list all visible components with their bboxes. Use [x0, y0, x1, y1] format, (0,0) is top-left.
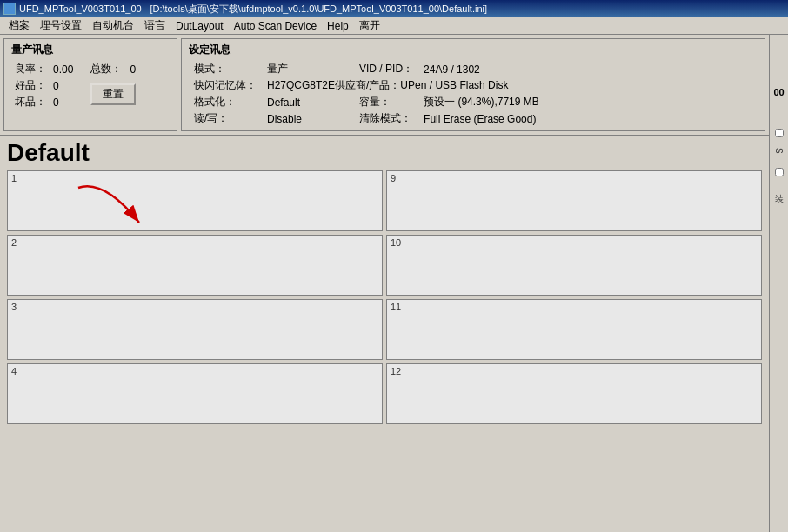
yield-label: 良率：	[11, 61, 50, 77]
slot-3: 3	[7, 299, 383, 360]
bad-label: 坏品：	[11, 94, 50, 110]
slots-area: 1 9 2 10 3 11 4	[0, 170, 769, 431]
settings-info-panel: 设定讯息 模式： 量产 VID / PID： 24A9 / 1302 快闪记忆体…	[181, 38, 765, 131]
right-panel: 00 S 装	[769, 35, 788, 532]
slot-2-number: 2	[11, 237, 17, 248]
format-value: Default	[262, 94, 307, 110]
menu-lang[interactable]: 语言	[139, 17, 170, 34]
info-row: 量产讯息 良率： 0.00 总数： 0 好品： 0 重置	[0, 35, 769, 136]
right-checkbox-2	[775, 168, 784, 176]
production-table: 良率： 0.00 总数： 0 好品： 0 重置 坏品： 0	[11, 61, 139, 110]
bad-value: 0	[50, 94, 77, 110]
menu-file[interactable]: 档案	[3, 17, 35, 34]
mode-label: 模式：	[189, 61, 262, 77]
slot-9-number: 9	[391, 173, 396, 183]
menu-autoscan[interactable]: Auto Scan Device	[229, 19, 322, 33]
default-label: Default	[0, 136, 769, 170]
slot-4: 4	[7, 363, 383, 424]
right-label-s: S	[774, 148, 784, 154]
total-label: 总数：	[77, 61, 126, 77]
rw-value: Disable	[262, 110, 307, 127]
menu-help[interactable]: Help	[322, 19, 354, 33]
app-icon	[3, 3, 16, 15]
menu-bar: 档案 埋号设置 自动机台 语言 DutLayout Auto Scan Devi…	[0, 17, 788, 35]
mode-value: 量产	[262, 61, 307, 77]
slot-10: 10	[386, 235, 762, 296]
production-title: 量产讯息	[11, 43, 170, 57]
main-area: 量产讯息 良率： 0.00 总数： 0 好品： 0 重置	[0, 35, 788, 532]
right-checkbox-1	[775, 129, 784, 137]
clear-label: 清除模式：	[307, 110, 418, 127]
reset-button[interactable]: 重置	[90, 83, 136, 105]
slot-12-number: 12	[391, 366, 401, 376]
flash-label: 快闪记忆体：	[189, 77, 262, 94]
slot-11: 11	[386, 299, 762, 360]
slot-12: 12	[386, 363, 762, 424]
menu-exit[interactable]: 离开	[354, 17, 385, 34]
title-bar: UFD_MPTool_V003T011_00 - [D:\tools\桌面\安下…	[0, 0, 788, 17]
checkbox-2[interactable]	[775, 168, 784, 176]
rw-label: 读/写：	[189, 110, 262, 127]
slot-1-number: 1	[11, 173, 17, 183]
slot-3-number: 3	[11, 302, 17, 312]
left-panel: 量产讯息 良率： 0.00 总数： 0 好品： 0 重置	[0, 35, 769, 532]
slot-11-number: 11	[391, 302, 401, 312]
vid-label: VID / PID：	[307, 61, 418, 77]
slot-1: 1	[7, 170, 383, 231]
right-counter: 00	[773, 87, 784, 97]
slot-2: 2	[7, 235, 383, 296]
production-info-panel: 量产讯息 良率： 0.00 总数： 0 好品： 0 重置	[3, 38, 177, 131]
vid-value: 24A9 / 1302	[418, 61, 544, 77]
format-label: 格式化：	[189, 94, 262, 110]
settings-title: 设定讯息	[189, 43, 758, 57]
yield-value: 0.00	[50, 61, 77, 77]
slot-4-number: 4	[11, 366, 17, 376]
checkbox-1[interactable]	[775, 129, 784, 137]
menu-embed[interactable]: 埋号设置	[35, 17, 87, 34]
slot-10-number: 10	[391, 237, 401, 248]
menu-dutlayout[interactable]: DutLayout	[170, 19, 229, 33]
clear-value: Full Erase (Erase Good)	[418, 110, 544, 127]
capacity-value: 预设一 (94.3%),7719 MB	[418, 94, 544, 110]
good-value: 0	[50, 77, 77, 94]
good-label: 好品：	[11, 77, 50, 94]
title-text: UFD_MPTool_V003T011_00 - [D:\tools\桌面\安下…	[19, 3, 487, 16]
settings-table: 模式： 量产 VID / PID： 24A9 / 1302 快闪记忆体： H27…	[189, 61, 544, 127]
flash-value: H27QCG8T2E供应商/产品：UPen / USB Flash Disk	[262, 77, 544, 94]
slot-9: 9	[386, 170, 762, 231]
menu-auto[interactable]: 自动机台	[87, 17, 139, 34]
total-value: 0	[126, 61, 139, 77]
capacity-label: 容量：	[307, 94, 418, 110]
